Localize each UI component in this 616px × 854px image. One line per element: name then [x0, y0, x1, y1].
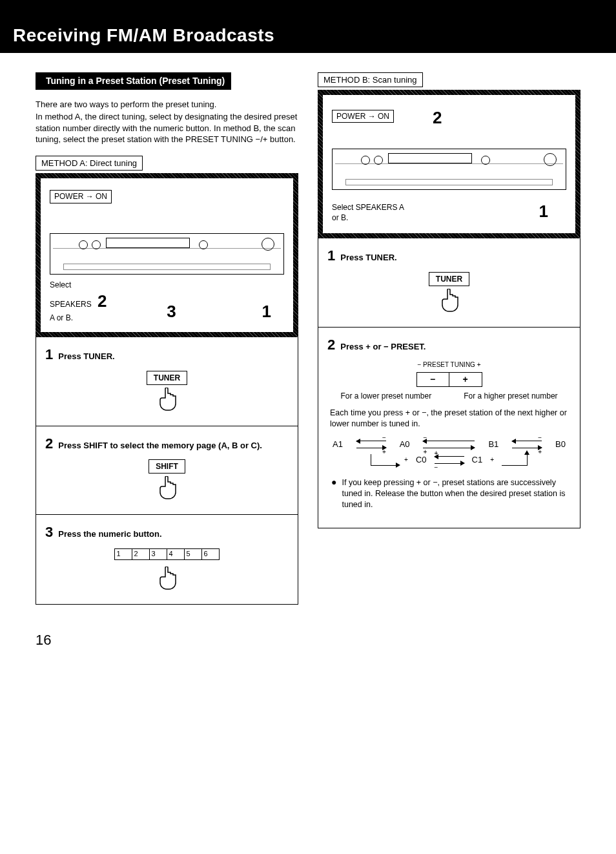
plus-sign: + [423, 448, 427, 457]
preset-plus: + [449, 373, 482, 386]
step-a3-text: Press the numeric button. [58, 528, 161, 540]
finger-press-icon [438, 289, 460, 313]
cycle-a0: A0 [400, 439, 410, 450]
method-a-label: METHOD A: Direct tuning [36, 156, 143, 171]
callout-1: 1 [539, 200, 548, 223]
plus-sign: + [490, 455, 494, 464]
preset-cycle-diagram: A1 − + A0 − + B1 [327, 439, 571, 474]
callout-2: 2 [98, 291, 107, 311]
step-a3-num: 3 [45, 523, 53, 542]
receiver-illustration [50, 233, 284, 275]
step-a3: 3 Press the numeric button. 1 2 3 4 5 6 [36, 514, 298, 604]
finger-press-icon [156, 476, 178, 501]
preset-tuning-buttons: − + [416, 372, 482, 387]
left-column: Tuning in a Preset Station (Preset Tunin… [36, 72, 298, 605]
callout-1: 1 [262, 300, 271, 323]
higher-preset-label: For a higher preset number [464, 391, 557, 401]
two-column-content: Tuning in a Preset Station (Preset Tunin… [0, 53, 616, 618]
method-b-steps: 1 Press TUNER. TUNER 2 Press + or − PRES… [318, 238, 580, 528]
step-b2: 2 Press + or − PRESET. − PRESET TUNING +… [318, 327, 580, 528]
bidirectional-arrow-icon: + − [435, 454, 464, 466]
numeric-button-row: 1 2 3 4 5 6 [45, 548, 289, 560]
step-b2-text: Press + or − PRESET. [340, 341, 426, 353]
method-a-steps: 1 Press TUNER. TUNER 2 Press SHIFT to se… [36, 337, 298, 605]
page-title: Receiving FM/AM Broadcasts [0, 19, 616, 53]
plus-sign: + [435, 449, 438, 458]
minus-sign: − [382, 433, 386, 443]
step-b2-num: 2 [327, 335, 335, 355]
finger-press-icon [156, 388, 178, 412]
minus-sign: − [538, 433, 542, 443]
step-a1-num: 1 [45, 345, 53, 364]
minus-sign: − [423, 433, 427, 443]
power-on-box: POWER → ON [50, 190, 112, 203]
tuner-button: TUNER [429, 272, 469, 286]
step-a1-text: Press TUNER. [58, 351, 114, 362]
num-6: 6 [201, 548, 220, 560]
select-speakers-label: Select SPEAKERS 2 A or B. [50, 280, 107, 323]
callout-2: 2 [433, 107, 442, 129]
num-5: 5 [184, 548, 202, 560]
lower-preset-label: For a lower preset number [340, 391, 431, 401]
bidirectional-arrow-icon: − + [512, 439, 542, 450]
note-text: If you keep pressing + or −, preset stat… [342, 477, 567, 510]
step-b2-body: Each time you press + or −, the preset s… [330, 408, 568, 430]
preset-minus: − [417, 373, 449, 386]
shift-button: SHIFT [149, 459, 185, 474]
step-b2-note: ● If you keep pressing + or −, preset st… [327, 474, 571, 518]
right-column: METHOD B: Scan tuning POWER → ON 2 Selec… [318, 72, 580, 605]
plus-sign: + [404, 455, 408, 464]
select-line1: Select [50, 280, 107, 290]
select-line2: SPEAKERS [50, 300, 92, 309]
step-a2-text: Press SHIFT to select the memory page (A… [58, 440, 262, 452]
step-a2-num: 2 [45, 434, 53, 453]
step-b1: 1 Press TUNER. TUNER [318, 238, 580, 326]
minus-sign: − [435, 463, 438, 472]
section-heading: Tuning in a Preset Station (Preset Tunin… [36, 72, 231, 90]
top-black-bar [0, 0, 616, 19]
callout-3: 3 [167, 300, 176, 323]
method-b-label: METHOD B: Scan tuning [318, 72, 423, 88]
preset-tuning-caption: − PRESET TUNING + [327, 360, 571, 370]
step-a2: 2 Press SHIFT to select the memory page … [36, 426, 298, 514]
cycle-c1: C1 [472, 454, 483, 466]
step-b1-text: Press TUNER. [340, 252, 396, 264]
select-speakers-label: Select SPEAKERS A or B. [332, 202, 409, 223]
num-2: 2 [132, 548, 150, 560]
receiver-illustration [332, 149, 566, 190]
intro-line-1: There are two ways to perform the preset… [36, 99, 298, 110]
intro-line-2: In method A, the direct tuning, select b… [36, 111, 298, 145]
page-number: 16 [0, 618, 616, 669]
num-1: 1 [114, 548, 132, 560]
step-a1: 1 Press TUNER. TUNER [36, 337, 298, 425]
bidirectional-arrow-icon: − + [356, 439, 386, 450]
intro-paragraph: There are two ways to perform the preset… [36, 99, 298, 145]
num-3: 3 [149, 548, 167, 560]
method-a-diagram: POWER → ON Select SPEAKERS 2 A or B. [36, 173, 298, 337]
num-4: 4 [167, 548, 185, 560]
method-b-diagram: POWER → ON 2 Select SPEAKERS A or B. 1 [318, 90, 580, 238]
cycle-a1: A1 [333, 439, 343, 450]
tuner-button: TUNER [147, 371, 187, 385]
bidirectional-arrow-icon: − + [423, 439, 475, 450]
select-line3: A or B. [50, 313, 107, 323]
plus-sign: + [538, 448, 542, 457]
bullet-icon: ● [331, 477, 336, 510]
step-b1-num: 1 [327, 246, 335, 266]
finger-press-icon [156, 567, 178, 591]
cycle-b1: B1 [488, 439, 498, 450]
power-on-box: POWER → ON [332, 110, 394, 123]
cycle-b0: B0 [555, 439, 566, 450]
